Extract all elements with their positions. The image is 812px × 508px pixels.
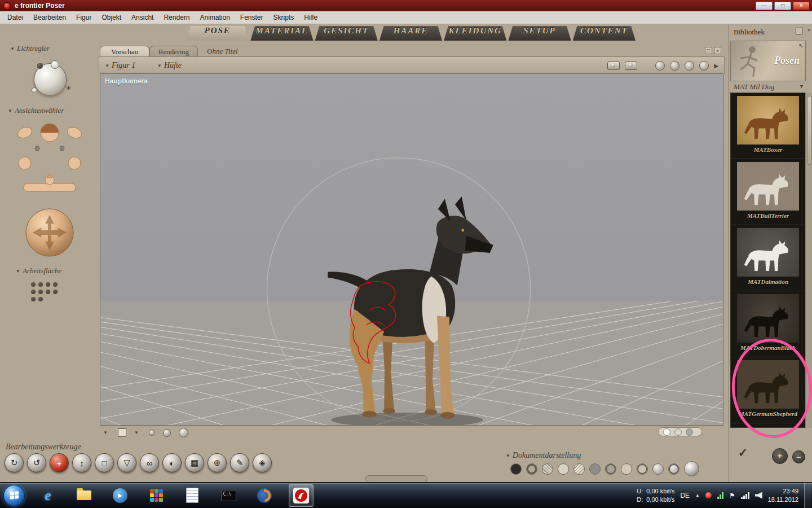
memory-dot[interactable] bbox=[53, 282, 58, 287]
cartoon-style-icon[interactable] bbox=[621, 463, 632, 475]
panel-expand-icon[interactable]: ▶ bbox=[714, 63, 718, 69]
remove-from-library-button[interactable]: − bbox=[792, 450, 805, 463]
room-tab-setup[interactable]: SETUP bbox=[508, 26, 571, 41]
library-up-icon[interactable]: ↖ bbox=[798, 42, 804, 50]
library-dock-icon[interactable] bbox=[796, 28, 802, 34]
shadow-toggle-icon[interactable] bbox=[670, 61, 679, 71]
library-item-matbullterrier[interactable]: MATBullTerrier bbox=[731, 159, 805, 225]
menu-datei[interactable]: Datei bbox=[2, 12, 28, 24]
library-item-matdalmation[interactable]: MATDalmation bbox=[731, 225, 805, 291]
translate-in-out-tool-icon[interactable]: ↕ bbox=[72, 453, 91, 472]
light-knob-icon[interactable] bbox=[36, 62, 43, 69]
taskbar-command-prompt-icon[interactable]: C:\ bbox=[217, 485, 240, 506]
memory-dot[interactable] bbox=[38, 282, 43, 287]
taskbar-internet-explorer-icon[interactable]: e bbox=[36, 485, 60, 506]
library-item-matgermanshepherd[interactable]: MATGermanShepherd bbox=[731, 357, 805, 423]
antivirus-tray-icon[interactable] bbox=[705, 492, 712, 498]
silhouette-style-icon[interactable] bbox=[510, 463, 522, 475]
menu-fenster[interactable]: Fenster bbox=[235, 12, 268, 24]
menu-animation[interactable]: Animation bbox=[195, 12, 235, 24]
camera-toggle-icon[interactable] bbox=[607, 62, 620, 70]
flat-shaded-style-icon[interactable] bbox=[589, 463, 601, 475]
smooth-shaded-style-icon[interactable] bbox=[652, 463, 664, 475]
chevron-down-icon[interactable]: ▼ bbox=[16, 269, 20, 274]
rotate-tool-icon[interactable]: ↻ bbox=[5, 453, 24, 472]
tracking-dropdown-icon[interactable]: ▼ bbox=[134, 430, 139, 435]
light-knob-icon[interactable] bbox=[51, 60, 59, 69]
room-tab-haare[interactable]: HAARE bbox=[379, 26, 442, 41]
library-folder-row[interactable]: MAT Mil Dog ▼ bbox=[729, 81, 806, 93]
menu-rendern[interactable]: Rendern bbox=[158, 12, 195, 24]
room-tab-content[interactable]: CONTENT bbox=[573, 26, 636, 41]
volume-tray-icon[interactable] bbox=[755, 492, 762, 499]
figure-circle-icon[interactable] bbox=[699, 61, 709, 71]
library-close-icon[interactable]: × bbox=[807, 27, 811, 33]
taskbar-notepad-icon[interactable] bbox=[180, 485, 204, 506]
taskbar-explorer-icon[interactable] bbox=[72, 485, 96, 506]
camera-flash-toggle-icon[interactable] bbox=[625, 62, 637, 70]
view-magnifier-tool-icon[interactable]: ⊕ bbox=[208, 453, 227, 472]
camera-selector-cluster[interactable] bbox=[10, 116, 89, 203]
apply-check-icon[interactable]: ✓ bbox=[738, 446, 748, 459]
room-tab-pose[interactable]: POSE bbox=[186, 26, 249, 41]
direct-manipulation-tool-icon[interactable]: ◈ bbox=[253, 453, 272, 472]
chain-break-tool-icon[interactable]: ∞ bbox=[140, 453, 159, 472]
depth-sphere-icon[interactable] bbox=[163, 429, 171, 437]
tracking-ball-icon[interactable] bbox=[685, 61, 694, 71]
actor-selector[interactable]: ▼Hüfte bbox=[157, 61, 182, 70]
depth-cue-icon[interactable] bbox=[655, 61, 665, 71]
taskbar-media-player-icon[interactable]: ▶ bbox=[108, 485, 132, 506]
room-tab-kleidung[interactable]: KLEIDUNG bbox=[444, 26, 506, 41]
hidden-icons-arrow[interactable]: ▲ bbox=[695, 493, 700, 498]
minimize-button[interactable]: — bbox=[756, 2, 773, 10]
scrollbar-thumb[interactable] bbox=[807, 96, 812, 165]
menu-objekt[interactable]: Objekt bbox=[96, 12, 126, 24]
cartoon-lined-style-icon[interactable] bbox=[637, 463, 648, 475]
document-close-icon[interactable]: × bbox=[714, 47, 721, 54]
tab-rendering[interactable]: Rendering bbox=[149, 46, 198, 57]
texture-shaded-style-icon[interactable] bbox=[684, 461, 699, 476]
flat-lined-style-icon[interactable] bbox=[605, 463, 616, 475]
memory-dot[interactable] bbox=[46, 290, 50, 294]
taskbar-firefox-icon[interactable] bbox=[253, 485, 276, 506]
menu-ansicht[interactable]: Ansicht bbox=[126, 12, 158, 24]
room-tab-material[interactable]: MATERIAL bbox=[250, 26, 313, 41]
pane-option-icon[interactable] bbox=[663, 428, 670, 436]
library-item-matdobermanblack[interactable]: MATDobermanBlack bbox=[731, 291, 805, 357]
translate-tool-icon[interactable]: + bbox=[50, 453, 69, 472]
library-scrollbar[interactable] bbox=[805, 93, 812, 428]
document-restore-icon[interactable]: □ bbox=[705, 47, 712, 54]
memory-dot[interactable] bbox=[31, 297, 36, 301]
chevron-down-icon[interactable]: ▼ bbox=[10, 46, 15, 51]
menu-figur[interactable]: Figur bbox=[71, 12, 96, 24]
smooth-lined-style-icon[interactable] bbox=[668, 463, 679, 475]
memory-dot[interactable] bbox=[38, 290, 43, 294]
action-center-flag-icon[interactable]: ⚑ bbox=[729, 492, 735, 500]
camera-name-label[interactable]: Hauptkamera bbox=[105, 77, 148, 85]
menu-bearbeiten[interactable]: Bearbeiten bbox=[28, 12, 71, 24]
taskbar-game-icon[interactable] bbox=[144, 485, 168, 506]
taskbar-clock[interactable]: 23:49 18.11.2012 bbox=[768, 487, 798, 503]
viewport[interactable]: Hauptkamera bbox=[100, 73, 723, 426]
light-knob-icon[interactable] bbox=[32, 87, 37, 93]
taskbar-poser-icon[interactable] bbox=[289, 484, 314, 507]
memory-dot[interactable] bbox=[46, 282, 50, 287]
taper-tool-icon[interactable]: ▽ bbox=[117, 453, 136, 472]
outline-style-icon[interactable] bbox=[526, 463, 537, 475]
maximize-button[interactable]: □ bbox=[774, 2, 791, 10]
add-to-library-button[interactable]: + bbox=[772, 448, 788, 464]
show-desktop-button[interactable] bbox=[804, 483, 811, 508]
memory-dot[interactable] bbox=[53, 290, 58, 294]
memory-dot[interactable] bbox=[31, 290, 36, 294]
meter-tray-icon[interactable] bbox=[717, 492, 723, 499]
language-indicator[interactable]: DE bbox=[680, 492, 690, 500]
network-tray-icon[interactable] bbox=[741, 492, 749, 499]
lit-wireframe-style-icon[interactable] bbox=[573, 463, 585, 475]
dot-icon[interactable] bbox=[149, 430, 155, 436]
chevron-down-icon[interactable]: ▼ bbox=[506, 453, 510, 458]
memory-dot[interactable] bbox=[38, 297, 43, 301]
start-button[interactable] bbox=[3, 485, 25, 506]
memory-dot[interactable] bbox=[31, 282, 36, 287]
morph-tool-icon[interactable]: ✎ bbox=[230, 453, 249, 472]
tab-vorschau[interactable]: Vorschau bbox=[100, 46, 149, 57]
